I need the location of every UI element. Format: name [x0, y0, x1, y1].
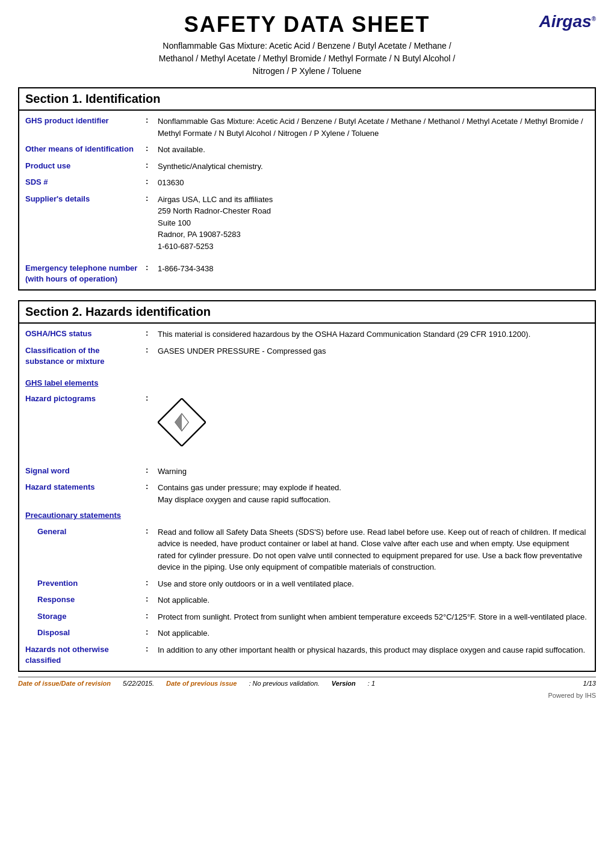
field-label-ghs: GHS product identifier: [25, 115, 146, 126]
field-value-other-means: Not available.: [158, 144, 589, 156]
date-issue-value: 5/22/2015.: [123, 680, 154, 687]
field-storage: Storage : Protect from sunlight. Protect…: [25, 611, 589, 623]
field-value-general: Read and follow all Safety Data Sheets (…: [158, 526, 589, 573]
field-label-precautionary: Precautionary statements: [25, 510, 146, 521]
field-hazard-pictograms: Hazard pictograms :: [25, 393, 589, 455]
field-label-storage: Storage: [25, 611, 146, 622]
field-label-ghs-elements: GHS label elements: [25, 378, 146, 389]
field-value-hazard-statements: Contains gas under pressure; may explode…: [158, 482, 589, 505]
field-value-osha: This material is considered hazardous by…: [158, 328, 589, 340]
field-label-disposal: Disposal: [25, 627, 146, 638]
field-label-supplier: Supplier's details: [25, 194, 146, 205]
field-value-disposal: Not applicable.: [158, 627, 589, 639]
version-value: : 1: [368, 680, 375, 687]
field-label-product-use: Product use: [25, 161, 146, 171]
date-prev-label: Date of previous issue: [166, 680, 237, 687]
field-classification: Classification of the substance or mixtu…: [25, 345, 589, 367]
field-hazard-statements: Hazard statements : Contains gas under p…: [25, 482, 589, 505]
date-prev-value: : No previous validation.: [249, 680, 319, 687]
page-footer: Date of issue/Date of revision 5/22/2015…: [18, 677, 596, 689]
page-number: 1/13: [583, 680, 596, 687]
field-label-other-means: Other means of identification: [25, 144, 146, 155]
field-value-supplier: Airgas USA, LLC and its affiliates 259 N…: [158, 194, 589, 253]
field-value-classification: GASES UNDER PRESSURE - Compressed gas: [158, 345, 589, 357]
compressed-gas-diamond-icon: [158, 398, 206, 446]
section2-header: Section 2. Hazards identification: [18, 300, 596, 322]
field-other-means: Other means of identification : Not avai…: [25, 144, 589, 156]
page-header: SAFETY DATA SHEET Airgas® Nonflammable G…: [18, 12, 596, 78]
field-osha-hcs: OSHA/HCS status : This material is consi…: [25, 328, 589, 340]
field-general: General : Read and follow all Safety Dat…: [25, 526, 589, 573]
field-label-signal-word: Signal word: [25, 466, 146, 476]
field-sds-number: SDS # : 013630: [25, 177, 589, 189]
version-label: Version: [332, 680, 356, 687]
field-label-response: Response: [25, 594, 146, 605]
field-prevention: Prevention : Use and store only outdoors…: [25, 578, 589, 590]
field-hazards-not-classified: Hazards not otherwise classified : In ad…: [25, 644, 589, 666]
field-product-use: Product use : Synthetic/Analytical chemi…: [25, 161, 589, 173]
field-label-classification: Classification of the substance or mixtu…: [25, 345, 146, 367]
field-label-sds: SDS #: [25, 177, 146, 188]
field-value-product-use: Synthetic/Analytical chemistry.: [158, 161, 589, 173]
field-label-hazards-not-classified: Hazards not otherwise classified: [25, 644, 146, 666]
field-value-sds: 013630: [158, 177, 589, 189]
field-label-emergency: Emergency telephone number (with hours o…: [25, 263, 146, 285]
field-response: Response : Not applicable.: [25, 594, 589, 606]
field-value-emergency: 1-866-734-3438: [158, 263, 589, 275]
date-issue-label: Date of issue/Date of revision: [18, 680, 111, 687]
pictogram-area: [158, 398, 589, 450]
field-ghs-product-identifier: GHS product identifier : Nonflammable Ga…: [25, 115, 589, 139]
field-label-hazard-pictograms: Hazard pictograms: [25, 393, 146, 404]
field-value-storage: Protect from sunlight. Protect from sunl…: [158, 611, 589, 623]
field-label-prevention: Prevention: [25, 578, 146, 589]
field-supplier-details: Supplier's details : Airgas USA, LLC and…: [25, 194, 589, 253]
airgas-logo: Airgas®: [539, 12, 596, 31]
field-value-hazard-pictograms: [158, 393, 589, 455]
field-value-hazards-not-classified: In addition to any other important healt…: [158, 644, 589, 656]
field-value-response: Not applicable.: [158, 594, 589, 606]
section2-body: OSHA/HCS status : This material is consi…: [18, 322, 596, 672]
field-value-ghs: Nonflammable Gas Mixture: Acetic Acid / …: [158, 115, 589, 139]
powered-by: Powered by IHS: [18, 692, 596, 699]
subtitle: Nonflammable Gas Mixture: Acetic Acid / …: [18, 40, 596, 78]
page-title: SAFETY DATA SHEET: [18, 12, 596, 37]
section1-body: GHS product identifier : Nonflammable Ga…: [18, 109, 596, 291]
field-precautionary-header: Precautionary statements: [25, 510, 589, 521]
field-ghs-label-header: GHS label elements: [25, 378, 589, 389]
field-value-signal-word: Warning: [158, 466, 589, 478]
footer-left: Date of issue/Date of revision 5/22/2015…: [18, 680, 375, 687]
field-label-osha: OSHA/HCS status: [25, 328, 146, 339]
section1-header: Section 1. Identification: [18, 87, 596, 109]
field-label-general: General: [25, 526, 146, 537]
field-emergency-telephone: Emergency telephone number (with hours o…: [25, 263, 589, 285]
field-signal-word: Signal word : Warning: [25, 466, 589, 478]
field-value-prevention: Use and store only outdoors or in a well…: [158, 578, 589, 590]
field-disposal: Disposal : Not applicable.: [25, 627, 589, 639]
field-label-hazard-statements: Hazard statements: [25, 482, 146, 493]
page: SAFETY DATA SHEET Airgas® Nonflammable G…: [0, 0, 614, 711]
